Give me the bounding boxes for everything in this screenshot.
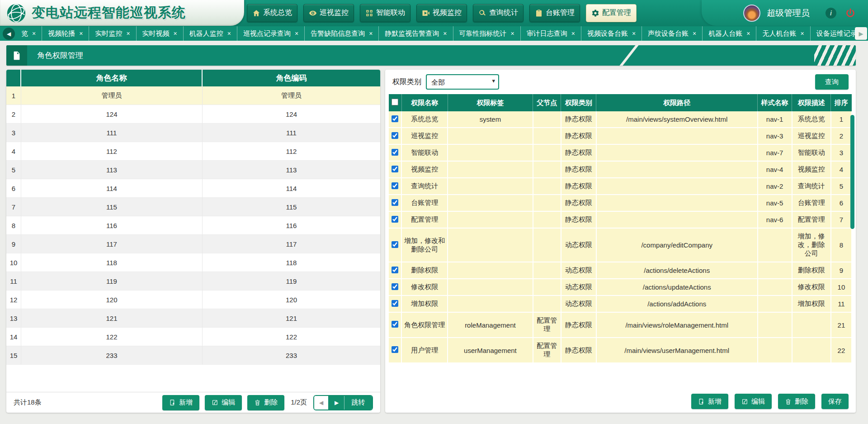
close-icon[interactable]: × xyxy=(746,30,750,37)
row-checkbox[interactable] xyxy=(392,346,398,353)
tab-无人机台账[interactable]: 无人机台账× xyxy=(756,26,810,41)
row-checkbox[interactable] xyxy=(392,149,398,156)
permission-cell: /actions/updateActions xyxy=(596,279,758,295)
row-checkbox[interactable] xyxy=(392,241,398,248)
role-table-row[interactable]: 13121121 xyxy=(6,309,380,328)
role-table-row[interactable]: 4112112 xyxy=(6,142,380,161)
close-icon[interactable]: × xyxy=(227,30,231,37)
permission-cell: /actions/deleteActions xyxy=(596,262,758,279)
row-checkbox[interactable] xyxy=(392,283,398,290)
permission-cell xyxy=(533,161,561,178)
role-add-button[interactable]: 新增 xyxy=(162,395,199,410)
row-checkbox[interactable] xyxy=(392,267,398,273)
role-cell: 117 xyxy=(21,235,203,253)
permission-table-row[interactable]: 查询统计静态权限nav-2查询统计5 xyxy=(389,178,852,195)
permission-delete-button[interactable]: 删除 xyxy=(778,394,815,409)
role-table-row[interactable]: 11119119 xyxy=(6,272,380,291)
tab-审计日志查询[interactable]: 审计日志查询× xyxy=(521,26,581,41)
user-avatar[interactable] xyxy=(743,5,760,22)
jump-page-button[interactable]: 跳转 xyxy=(344,396,372,410)
row-checkbox[interactable] xyxy=(392,132,398,139)
permission-table-row[interactable]: 增加权限动态权限/actions/addActions增加权限11 xyxy=(389,295,852,312)
role-table-row[interactable]: 9117117 xyxy=(6,235,380,253)
close-icon[interactable]: × xyxy=(174,30,177,37)
permission-table-row[interactable]: 用户管理userManagement配置管理静态权限/main/views/us… xyxy=(389,338,852,363)
tab-实时监控[interactable]: 实时监控× xyxy=(89,26,136,41)
close-icon[interactable]: × xyxy=(800,30,804,37)
row-checkbox[interactable] xyxy=(392,216,398,223)
permission-edit-button[interactable]: 编辑 xyxy=(735,394,772,409)
tab-机器人监控[interactable]: 机器人监控× xyxy=(184,26,237,41)
role-table-row[interactable]: 8116116 xyxy=(6,216,380,235)
permission-table-row[interactable]: 系统总览system静态权限/main/views/systemOverview… xyxy=(389,111,852,128)
permission-table-row[interactable]: 配置管理静态权限nav-6配置管理7 xyxy=(389,211,852,228)
permission-cell: 2 xyxy=(831,128,852,144)
role-delete-button[interactable]: 删除 xyxy=(247,395,284,410)
nav-button-clipboard[interactable]: 台账管理 xyxy=(529,4,580,22)
role-table-row[interactable]: 12120120 xyxy=(6,291,380,309)
close-icon[interactable]: × xyxy=(632,30,636,37)
role-edit-button[interactable]: 编辑 xyxy=(205,395,242,410)
permission-table-row[interactable]: 视频监控静态权限nav-4视频监控4 xyxy=(389,161,852,178)
permission-table-row[interactable]: 修改权限动态权限/actions/updateActions修改权限10 xyxy=(389,279,852,295)
logout-power-button[interactable] xyxy=(844,7,856,19)
permission-table-row[interactable]: 增加，修改和删除公司动态权限/company/editCompany增加，修改，… xyxy=(389,228,852,262)
permission-table-row[interactable]: 台账管理静态权限nav-5台账管理6 xyxy=(389,195,852,211)
tab-机器人台账[interactable]: 机器人台账× xyxy=(703,26,756,41)
row-checkbox[interactable] xyxy=(392,321,398,328)
role-table-row[interactable]: 14122122 xyxy=(6,328,380,346)
permission-table-row[interactable]: 角色权限管理roleManagement配置管理静态权限/main/views/… xyxy=(389,312,852,338)
role-table-row[interactable]: 5113113 xyxy=(6,161,380,179)
permission-add-button[interactable]: 新增 xyxy=(691,394,728,409)
tabs-scroll-left-button[interactable]: ◀ xyxy=(3,28,15,40)
close-icon[interactable]: × xyxy=(295,30,298,37)
next-page-button[interactable]: ▶ xyxy=(329,396,344,410)
prev-page-button[interactable]: ◀ xyxy=(314,396,329,410)
tab-巡视点记录查询[interactable]: 巡视点记录查询× xyxy=(237,26,305,41)
close-icon[interactable]: × xyxy=(369,30,373,37)
close-icon[interactable]: × xyxy=(126,30,130,37)
close-icon[interactable]: × xyxy=(443,30,447,37)
role-table-row[interactable]: 15233233 xyxy=(6,346,380,365)
nav-button-search[interactable]: 查询统计 xyxy=(473,4,524,22)
search-button[interactable]: 查询 xyxy=(815,74,849,90)
close-icon[interactable]: × xyxy=(511,30,514,37)
role-table-row[interactable]: 1管理员管理员 xyxy=(6,86,380,105)
row-checkbox[interactable] xyxy=(392,199,398,206)
row-checkbox[interactable] xyxy=(392,182,398,189)
save-button[interactable]: 保存 xyxy=(821,394,849,409)
info-icon[interactable]: i xyxy=(826,8,836,19)
nav-button-video[interactable]: 视频监控 xyxy=(416,4,467,22)
permission-table-row[interactable]: 智能联动静态权限nav-7智能联动3 xyxy=(389,144,852,161)
tab-声纹设备台账[interactable]: 声纹设备台账× xyxy=(642,26,703,41)
row-checkbox[interactable] xyxy=(392,300,398,307)
row-checkbox[interactable] xyxy=(392,115,398,122)
close-icon[interactable]: × xyxy=(32,30,36,37)
table-scrollbar-thumb[interactable] xyxy=(850,115,854,229)
tab-告警缺陷信息查询[interactable]: 告警缺陷信息查询× xyxy=(305,26,379,41)
tabs-scroll-right-button[interactable]: ▶ xyxy=(855,27,867,40)
tab-览[interactable]: 览× xyxy=(15,26,42,41)
nav-button-eye[interactable]: 巡视监控 xyxy=(303,4,354,22)
close-icon[interactable]: × xyxy=(693,30,696,37)
role-table-row[interactable]: 10118118 xyxy=(6,253,380,272)
tab-视频轮播[interactable]: 视频轮播× xyxy=(42,26,89,41)
select-all-checkbox[interactable] xyxy=(392,99,398,105)
role-table-row[interactable]: 2124124 xyxy=(6,105,380,124)
permission-table-row[interactable]: 巡视监控静态权限nav-3巡视监控2 xyxy=(389,128,852,144)
role-table-row[interactable]: 7115115 xyxy=(6,198,380,216)
close-icon[interactable]: × xyxy=(79,30,83,37)
tab-静默监视告警查询[interactable]: 静默监视告警查询× xyxy=(379,26,453,41)
permission-table-row[interactable]: 删除权限动态权限/actions/deleteActions删除权限9 xyxy=(389,262,852,279)
close-icon[interactable]: × xyxy=(571,30,575,37)
nav-button-gear[interactable]: 配置管理 xyxy=(586,4,637,22)
tab-可靠性指标统计[interactable]: 可靠性指标统计× xyxy=(453,26,521,41)
role-table-row[interactable]: 6114114 xyxy=(6,179,380,198)
tab-实时视频[interactable]: 实时视频× xyxy=(137,26,184,41)
tab-视频设备台账[interactable]: 视频设备台账× xyxy=(581,26,642,41)
role-table-row[interactable]: 3111111 xyxy=(6,124,380,142)
nav-button-grid-link[interactable]: 智能联动 xyxy=(360,4,410,22)
permission-type-select[interactable]: 全部 xyxy=(426,74,499,90)
nav-button-home[interactable]: 系统总览 xyxy=(247,4,297,22)
row-checkbox[interactable] xyxy=(392,166,398,172)
